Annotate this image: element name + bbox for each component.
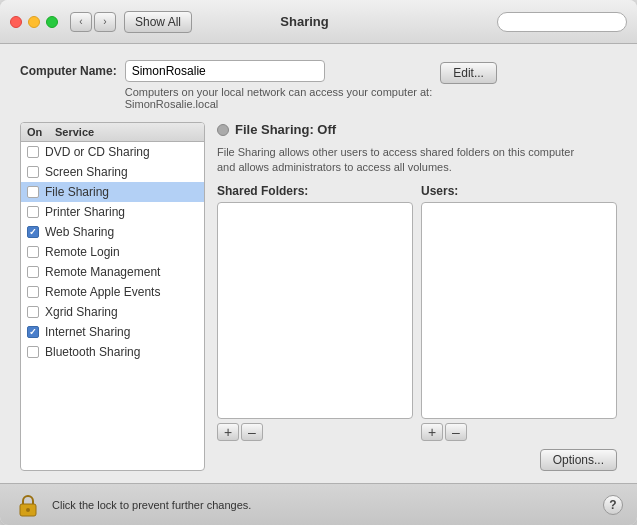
service-name-label: DVD or CD Sharing	[45, 145, 150, 159]
shared-folders-controls: + –	[217, 423, 413, 441]
services-header: On Service	[21, 123, 204, 142]
service-checkbox[interactable]	[27, 346, 39, 358]
service-checkbox[interactable]	[27, 206, 39, 218]
service-row[interactable]: Remote Login	[21, 242, 204, 262]
maximize-button[interactable]	[46, 16, 58, 28]
service-row[interactable]: Xgrid Sharing	[21, 302, 204, 322]
services-rows: DVD or CD SharingScreen SharingFile Shar…	[21, 142, 204, 362]
service-checkbox[interactable]	[27, 266, 39, 278]
service-checkbox[interactable]	[27, 326, 39, 338]
service-status-text: File Sharing: Off	[235, 122, 336, 137]
services-list: On Service DVD or CD SharingScreen Shari…	[20, 122, 205, 471]
service-description: File Sharing allows other users to acces…	[217, 145, 617, 176]
options-row: Options...	[217, 449, 617, 471]
service-name-label: Printer Sharing	[45, 205, 125, 219]
lock-icon	[14, 491, 42, 519]
help-button[interactable]: ?	[603, 495, 623, 515]
service-name-label: Xgrid Sharing	[45, 305, 118, 319]
computer-name-row: Computer Name: Computers on your local n…	[20, 60, 617, 110]
service-row[interactable]: File Sharing	[21, 182, 204, 202]
users-list	[421, 202, 617, 419]
service-name-label: File Sharing	[45, 185, 109, 199]
service-checkbox[interactable]	[27, 226, 39, 238]
service-row[interactable]: Screen Sharing	[21, 162, 204, 182]
service-row[interactable]: Bluetooth Sharing	[21, 342, 204, 362]
computer-name-hint: Computers on your local network can acce…	[125, 86, 433, 110]
service-name-label: Screen Sharing	[45, 165, 128, 179]
service-checkbox[interactable]	[27, 246, 39, 258]
service-name-label: Remote Management	[45, 265, 160, 279]
status-dot	[217, 124, 229, 136]
add-user-button[interactable]: +	[421, 423, 443, 441]
shared-folders-area: Shared Folders: + – Users: + –	[217, 184, 617, 441]
content-area: Computer Name: Computers on your local n…	[0, 44, 637, 483]
computer-name-label: Computer Name:	[20, 60, 117, 78]
service-row[interactable]: Remote Management	[21, 262, 204, 282]
add-shared-folder-button[interactable]: +	[217, 423, 239, 441]
computer-name-field-area: Computers on your local network can acce…	[125, 60, 433, 110]
search-input[interactable]	[497, 12, 627, 32]
service-checkbox[interactable]	[27, 146, 39, 158]
traffic-lights	[10, 16, 58, 28]
right-panel: File Sharing: Off File Sharing allows ot…	[217, 122, 617, 471]
service-checkbox[interactable]	[27, 166, 39, 178]
service-row[interactable]: Remote Apple Events	[21, 282, 204, 302]
search-wrapper: 🔍	[497, 12, 627, 32]
forward-button[interactable]: ›	[94, 12, 116, 32]
service-name-label: Remote Login	[45, 245, 120, 259]
service-checkbox[interactable]	[27, 186, 39, 198]
service-name-label: Remote Apple Events	[45, 285, 160, 299]
sharing-window: ‹ › Show All Sharing 🔍 Computer Name: Co…	[0, 0, 637, 525]
remove-user-button[interactable]: –	[445, 423, 467, 441]
back-button[interactable]: ‹	[70, 12, 92, 32]
minimize-button[interactable]	[28, 16, 40, 28]
users-column: Users: + –	[421, 184, 617, 441]
options-button[interactable]: Options...	[540, 449, 617, 471]
remove-shared-folder-button[interactable]: –	[241, 423, 263, 441]
service-checkbox[interactable]	[27, 306, 39, 318]
service-name-label: Bluetooth Sharing	[45, 345, 140, 359]
services-header-on: On	[27, 126, 55, 138]
users-controls: + –	[421, 423, 617, 441]
svg-point-1	[26, 508, 30, 512]
users-header: Users:	[421, 184, 617, 198]
bottom-bar: Click the lock to prevent further change…	[0, 483, 637, 525]
computer-name-right: Computers on your local network can acce…	[125, 60, 617, 110]
service-name-label: Web Sharing	[45, 225, 114, 239]
service-status: File Sharing: Off	[217, 122, 617, 137]
lock-text: Click the lock to prevent further change…	[52, 499, 593, 511]
service-row[interactable]: Printer Sharing	[21, 202, 204, 222]
computer-name-input[interactable]	[125, 60, 325, 82]
edit-button[interactable]: Edit...	[440, 62, 497, 84]
service-checkbox[interactable]	[27, 286, 39, 298]
shared-folders-column: Shared Folders: + –	[217, 184, 413, 441]
titlebar: ‹ › Show All Sharing 🔍	[0, 0, 637, 44]
service-row[interactable]: Internet Sharing	[21, 322, 204, 342]
shared-folders-header: Shared Folders:	[217, 184, 413, 198]
window-title: Sharing	[120, 14, 489, 29]
service-name-label: Internet Sharing	[45, 325, 130, 339]
service-row[interactable]: Web Sharing	[21, 222, 204, 242]
service-row[interactable]: DVD or CD Sharing	[21, 142, 204, 162]
shared-folders-list	[217, 202, 413, 419]
nav-buttons: ‹ ›	[70, 12, 116, 32]
services-header-service: Service	[55, 126, 94, 138]
main-panel: On Service DVD or CD SharingScreen Shari…	[20, 122, 617, 471]
close-button[interactable]	[10, 16, 22, 28]
